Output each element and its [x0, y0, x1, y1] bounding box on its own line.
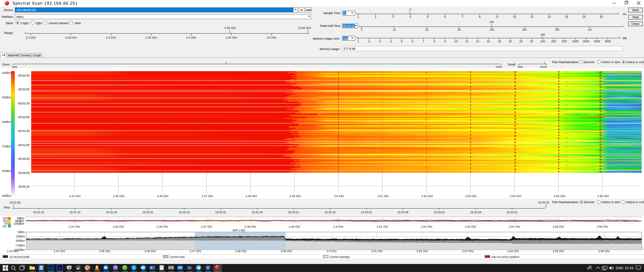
svg-text:0dbm: 0dbm — [18, 230, 25, 234]
svg-text:2.48 Ghz: 2.48 Ghz — [235, 250, 247, 253]
svg-text:2.44 Ghz: 2.44 Ghz — [54, 250, 65, 253]
svg-text:S: S — [133, 266, 135, 270]
svg-text:WiFi (-80): WiFi (-80) — [232, 229, 245, 232]
svg-text:2.47 Ghz: 2.47 Ghz — [190, 250, 202, 253]
svg-text:2.56 Ghz: 2.56 Ghz — [598, 250, 610, 253]
svg-text:2.51 Ghz: 2.51 Ghz — [371, 250, 383, 253]
svg-text:Pr: Pr — [58, 267, 61, 270]
svg-text:2.55 Ghz: 2.55 Ghz — [553, 250, 565, 253]
svg-text:2.52 Ghz: 2.52 Ghz — [417, 250, 428, 253]
svg-text:2.49 Ghz: 2.49 Ghz — [281, 250, 292, 253]
svg-text:2.5 Ghz: 2.5 Ghz — [327, 250, 337, 253]
svg-text:2.43 Ghz: 2.43 Ghz — [7, 250, 19, 253]
svg-text:-75dbm: -75dbm — [15, 244, 25, 247]
svg-text:-25dbm: -25dbm — [15, 235, 25, 238]
svg-text:2.46 Ghz: 2.46 Ghz — [145, 250, 156, 253]
svg-text:-50dbm: -50dbm — [15, 239, 25, 242]
svg-text:2.54 Ghz: 2.54 Ghz — [507, 250, 519, 253]
svg-text:2.45 Ghz: 2.45 Ghz — [99, 250, 111, 253]
svg-text:Ps: Ps — [49, 267, 52, 270]
svg-text:2.53 Ghz: 2.53 Ghz — [462, 250, 474, 253]
